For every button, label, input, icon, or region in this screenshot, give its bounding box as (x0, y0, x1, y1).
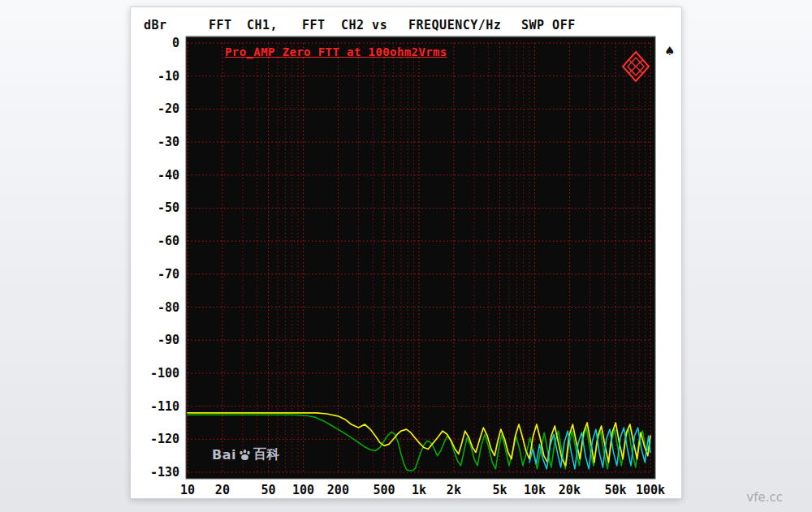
y-tick-label: -90 (131, 333, 179, 346)
baidu-baike-watermark: Bai 百科 (212, 446, 280, 463)
y-tick-label: -80 (131, 301, 179, 314)
page-background: dBr FFT CH1, FFT CH2 vs FREQUENCY/Hz SWP… (0, 0, 812, 512)
x-tick-label: 10 (180, 483, 195, 497)
y-tick-label: -110 (131, 400, 179, 413)
x-tick-label: 500 (374, 483, 395, 497)
y-tick-label: 0 (131, 37, 179, 49)
analyzer-screenshot-panel: dBr FFT CH1, FFT CH2 vs FREQUENCY/Hz SWP… (130, 6, 682, 499)
x-tick-label: 100 (292, 483, 314, 497)
y-tick-label: -30 (131, 136, 179, 148)
baidu-paw-icon (238, 448, 252, 462)
baidu-watermark-prefix: Bai (212, 447, 236, 463)
y-tick-label: -60 (131, 234, 179, 247)
x-tick-label: 2k (447, 483, 461, 497)
x-tick-label: 200 (327, 483, 349, 497)
y-tick-label: -20 (131, 102, 179, 115)
y-tick-label: -130 (131, 466, 179, 479)
y-tick-label: -10 (131, 70, 179, 83)
x-tick-label: 100k (636, 483, 665, 497)
y-tick-label: -70 (131, 268, 179, 281)
x-tick-label: 5k (493, 483, 508, 497)
vfe-watermark: vfe.cc (746, 490, 783, 505)
y-tick-label: -100 (131, 367, 179, 380)
x-tick-label: 1k (412, 483, 426, 497)
x-tick-label: 50k (605, 483, 627, 497)
baidu-watermark-suffix: 百科 (253, 446, 280, 463)
y-tick-label: -40 (131, 169, 179, 182)
x-tick-label: 20k (559, 483, 581, 497)
audio-precision-logo-icon (621, 50, 650, 86)
plot-title-annotation: Pro_AMP Zero FTT at 100ohm2Vrms (225, 45, 447, 58)
y-tick-label: -120 (131, 432, 179, 445)
y-tick-label: -50 (131, 201, 179, 214)
x-tick-label: 50 (261, 483, 276, 497)
x-tick-label: 10k (524, 483, 546, 497)
x-tick-label: 20 (215, 483, 230, 497)
spade-marker-icon: ♠ (664, 44, 675, 58)
spectrum-plot (131, 7, 683, 500)
